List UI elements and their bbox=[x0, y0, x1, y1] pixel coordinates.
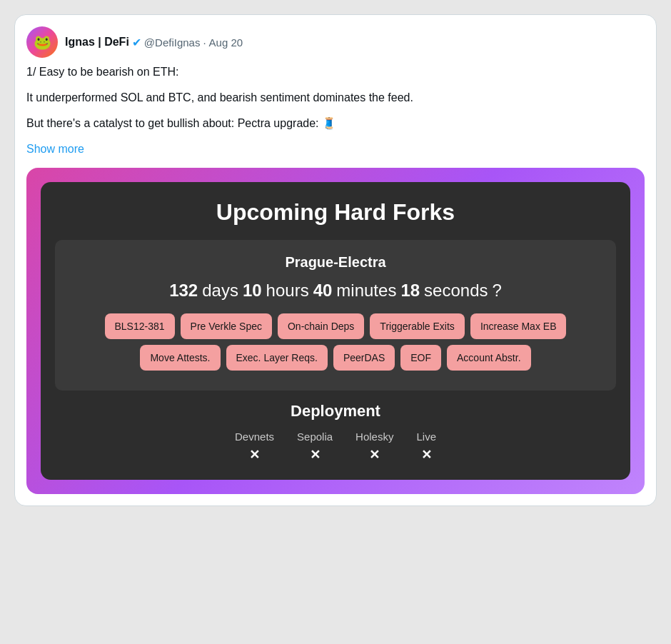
minutes-label: minutes bbox=[336, 281, 396, 301]
fork-name: Prague-Electra bbox=[69, 254, 602, 271]
fork-feature-btn2-2[interactable]: PeerDAS bbox=[333, 345, 395, 371]
tweet-line3: But there's a catalyst to get bullish ab… bbox=[26, 115, 645, 132]
author-handle: @DefiIgnas bbox=[144, 36, 201, 49]
deployment-label-0: Devnets bbox=[235, 431, 274, 443]
deployment-label-3: Live bbox=[416, 431, 436, 443]
deployment-section: Deployment Devnets✕Sepolia✕Holesky✕Live✕ bbox=[55, 402, 616, 463]
hours-label: hours bbox=[266, 281, 309, 301]
dot-separator: · bbox=[203, 36, 206, 49]
author-name: Ignas | DeFi bbox=[65, 36, 129, 49]
deployment-status-3: ✕ bbox=[421, 447, 432, 463]
seconds-value: 18 bbox=[400, 281, 420, 301]
fork-feature-btn2-1[interactable]: Exec. Layer Reqs. bbox=[226, 345, 328, 371]
verified-icon: ✔ bbox=[132, 36, 141, 49]
avatar: 🐸 bbox=[26, 26, 58, 58]
buttons-row-2: Move Attests.Exec. Layer Reqs.PeerDASEOF… bbox=[69, 345, 602, 371]
fork-feature-btn2-3[interactable]: EOF bbox=[400, 345, 441, 371]
fork-feature-btn-1[interactable]: Pre Verkle Spec bbox=[181, 313, 272, 339]
fork-feature-btn-2[interactable]: On-chain Deps bbox=[278, 313, 364, 339]
tweet-header: 🐸 Ignas | DeFi ✔ @DefiIgnas · Aug 20 bbox=[26, 26, 645, 58]
hard-fork-card: Upcoming Hard Forks Prague-Electra 132 d… bbox=[41, 182, 630, 480]
deployment-label-2: Holesky bbox=[355, 431, 393, 443]
tweet-line1: 1/ Easy to be bearish on ETH: bbox=[26, 64, 645, 81]
question-mark: ? bbox=[492, 281, 501, 301]
seconds-label: seconds bbox=[424, 281, 488, 301]
deployment-grid: Devnets✕Sepolia✕Holesky✕Live✕ bbox=[55, 431, 616, 463]
tweet-card: 🐸 Ignas | DeFi ✔ @DefiIgnas · Aug 20 1/ … bbox=[14, 14, 657, 506]
minutes-value: 40 bbox=[313, 281, 333, 301]
deployment-col-2: Holesky✕ bbox=[355, 431, 393, 463]
deployment-title: Deployment bbox=[55, 402, 616, 421]
fork-inner-card: Prague-Electra 132 days 10 hours 40 minu… bbox=[55, 240, 616, 391]
countdown: 132 days 10 hours 40 minutes 18 seconds … bbox=[69, 281, 602, 301]
tweet-date: Aug 20 bbox=[209, 36, 243, 49]
fork-feature-btn-3[interactable]: Triggerable Exits bbox=[370, 313, 465, 339]
deployment-col-0: Devnets✕ bbox=[235, 431, 274, 463]
fork-feature-btn2-0[interactable]: Move Attests. bbox=[140, 345, 220, 371]
fork-feature-btn2-4[interactable]: Account Abstr. bbox=[447, 345, 531, 371]
deployment-label-1: Sepolia bbox=[297, 431, 333, 443]
hours-value: 10 bbox=[243, 281, 262, 301]
show-more-link[interactable]: Show more bbox=[26, 141, 645, 158]
deployment-status-2: ✕ bbox=[369, 447, 380, 463]
fork-feature-btn-0[interactable]: BLS12-381 bbox=[105, 313, 175, 339]
hard-fork-title: Upcoming Hard Forks bbox=[55, 199, 616, 226]
deployment-status-0: ✕ bbox=[249, 447, 260, 463]
tweet-body: 1/ Easy to be bearish on ETH: It underpe… bbox=[26, 64, 645, 158]
days-label: days bbox=[202, 281, 238, 301]
image-container: Upcoming Hard Forks Prague-Electra 132 d… bbox=[26, 168, 645, 494]
deployment-col-1: Sepolia✕ bbox=[297, 431, 333, 463]
author-info: Ignas | DeFi ✔ @DefiIgnas · Aug 20 bbox=[65, 36, 243, 49]
tweet-line2: It underperformed SOL and BTC, and beari… bbox=[26, 89, 645, 106]
days-value: 132 bbox=[169, 281, 198, 301]
deployment-status-1: ✕ bbox=[310, 447, 321, 463]
fork-feature-btn-4[interactable]: Increase Max EB bbox=[470, 313, 567, 339]
buttons-row-1: BLS12-381Pre Verkle SpecOn-chain DepsTri… bbox=[69, 313, 602, 339]
deployment-col-3: Live✕ bbox=[416, 431, 436, 463]
